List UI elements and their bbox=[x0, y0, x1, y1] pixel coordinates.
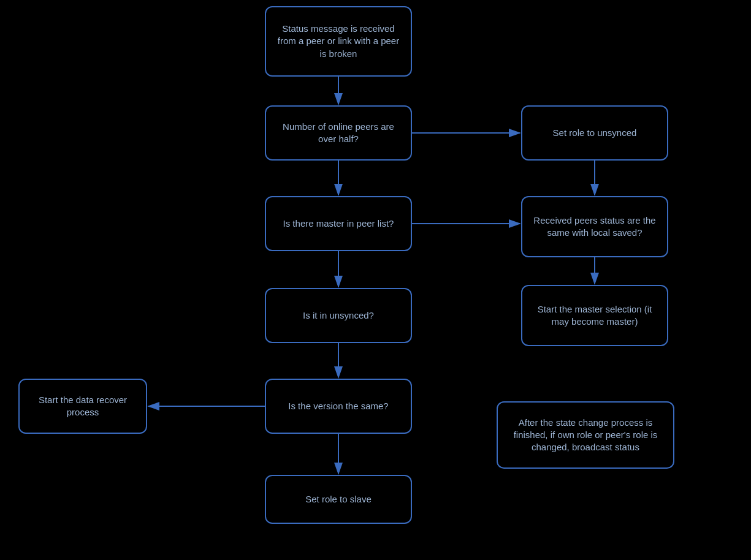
node-peers-over-half: Number of online peers are over half? bbox=[265, 105, 412, 161]
node-received-peers-status: Received peers status are the same with … bbox=[521, 196, 668, 257]
node-version-same: Is the version the same? bbox=[265, 379, 412, 434]
node-master-selection-label: Start the master selection (it may becom… bbox=[532, 303, 657, 328]
node-set-role-slave-label: Set role to slave bbox=[305, 493, 372, 505]
node-start-label: Status message is received from a peer o… bbox=[276, 23, 401, 60]
node-start: Status message is received from a peer o… bbox=[265, 6, 412, 77]
node-master-in-peer-list-label: Is there master in peer list? bbox=[283, 218, 394, 230]
node-set-role-unsynced: Set role to unsynced bbox=[521, 105, 668, 161]
node-peers-over-half-label: Number of online peers are over half? bbox=[276, 121, 401, 146]
node-master-selection: Start the master selection (it may becom… bbox=[521, 285, 668, 346]
node-data-recover: Start the data recover process bbox=[18, 379, 147, 434]
node-received-peers-status-label: Received peers status are the same with … bbox=[532, 214, 657, 240]
node-master-in-peer-list: Is there master in peer list? bbox=[265, 196, 412, 251]
node-is-unsynced: Is it in unsynced? bbox=[265, 288, 412, 343]
flowchart: Status message is received from a peer o… bbox=[0, 0, 751, 560]
node-version-same-label: Is the version the same? bbox=[288, 400, 388, 412]
node-broadcast-status: After the state change process is finish… bbox=[497, 401, 674, 469]
node-set-role-unsynced-label: Set role to unsynced bbox=[553, 127, 637, 139]
node-data-recover-label: Start the data recover process bbox=[29, 394, 136, 419]
node-broadcast-status-label: After the state change process is finish… bbox=[508, 417, 663, 454]
node-set-role-slave: Set role to slave bbox=[265, 475, 412, 524]
node-is-unsynced-label: Is it in unsynced? bbox=[303, 309, 374, 322]
